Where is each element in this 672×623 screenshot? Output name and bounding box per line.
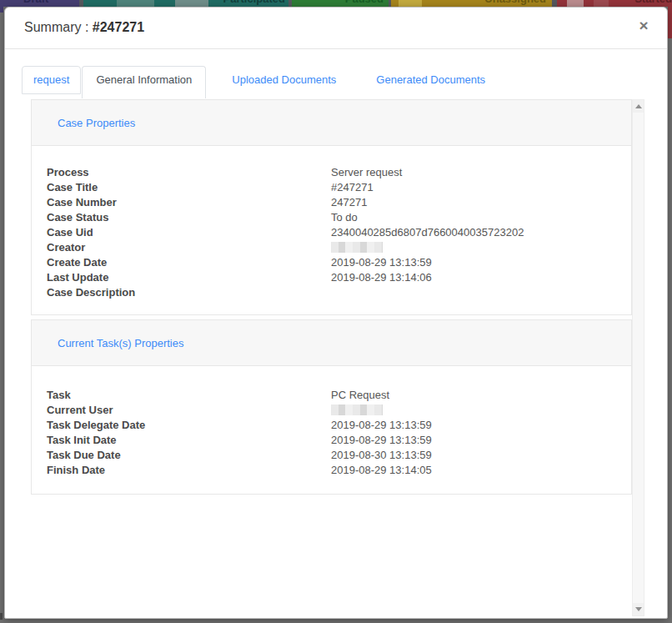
property-value: 2019-08-29 13:14:05 — [331, 464, 432, 479]
panel-title-link[interactable]: Case Properties — [58, 117, 135, 129]
background-card-icon — [399, 0, 422, 7]
property-row: Task PC Request — [47, 389, 616, 404]
property-row: Case Title #247271 — [47, 181, 616, 196]
modal-header: Summary : #247271 × — [5, 8, 667, 49]
background-card-started: Started — [557, 0, 672, 7]
background-card-icon — [117, 0, 154, 7]
redacted-value — [331, 242, 383, 253]
property-row: Last Update 2019-08-29 13:14:06 — [47, 271, 616, 286]
property-value: 2340040285d6807d7660040035723202 — [331, 226, 524, 241]
property-label: Last Update — [47, 271, 331, 286]
property-value: #247271 — [331, 181, 374, 196]
properties-panel: Case Properties Process Server request C… — [31, 99, 632, 315]
property-label: Create Date — [47, 256, 331, 271]
property-label: Finish Date — [47, 464, 331, 479]
property-row: Case Uid 2340040285d6807d766004003572320… — [47, 226, 616, 241]
property-row: Task Delegate Date 2019-08-29 13:13:59 — [47, 419, 616, 434]
redacted-value — [331, 404, 383, 415]
background-card-label: Unassigned — [484, 0, 546, 5]
property-label: Process — [47, 166, 331, 181]
property-row: Case Description — [47, 286, 616, 301]
property-value: Server request — [331, 166, 402, 181]
background-card-label: Started — [634, 0, 672, 5]
property-label: Case Number — [47, 196, 331, 211]
property-label: Task Delegate Date — [47, 419, 331, 434]
background-card-draft: Draft — [0, 0, 79, 7]
background-card-label: Paused — [345, 0, 384, 5]
summary-scroll-area: Case Properties Process Server request C… — [31, 99, 644, 616]
background-dashboard-strip: DraftParticipatedPausedUnassignedStarted — [0, 0, 672, 7]
background-card-participated: Participated — [83, 0, 288, 7]
panel-body: Process Server request Case Title #24727… — [31, 146, 632, 315]
modal-title-case-number: #247271 — [93, 20, 144, 34]
background-card-icon — [567, 0, 584, 7]
background-bottom-chip — [0, 613, 3, 620]
scroll-up-icon[interactable] — [633, 100, 644, 113]
vertical-scrollbar[interactable] — [632, 99, 644, 616]
background-card-unassigned: Unassigned — [391, 0, 552, 7]
property-row: Create Date 2019-08-29 13:13:59 — [47, 256, 616, 271]
background-right-card-edge — [668, 7, 672, 38]
property-label: Task Init Date — [47, 434, 331, 449]
close-icon[interactable]: × — [634, 16, 654, 36]
property-row: Task Due Date 2019-08-30 13:13:59 — [47, 449, 616, 464]
property-row: Current User — [47, 404, 616, 419]
property-label: Case Title — [47, 181, 331, 196]
property-label: Case Description — [47, 286, 331, 301]
scroll-down-icon[interactable] — [633, 603, 644, 615]
background-card-icon — [594, 0, 609, 7]
property-label: Current User — [47, 404, 331, 419]
tab-generated-documents[interactable]: Generated Documents — [362, 66, 499, 94]
tab-bar: request General Information Uploaded Doc… — [22, 66, 651, 99]
property-value: 2019-08-29 13:13:59 — [331, 434, 432, 449]
summary-content: Case Properties Process Server request C… — [31, 99, 632, 495]
property-row: Task Init Date 2019-08-29 13:13:59 — [47, 434, 616, 449]
tab-uploaded-documents[interactable]: Uploaded Documents — [218, 66, 350, 94]
property-value: 2019-08-29 13:14:06 — [331, 271, 432, 286]
properties-panel: Current Task(s) Properties Task PC Reque… — [31, 319, 632, 495]
panel-heading: Case Properties — [31, 99, 632, 146]
property-label: Task — [47, 389, 331, 404]
tab-request[interactable]: request — [22, 66, 81, 94]
property-row: Finish Date 2019-08-29 13:14:05 — [47, 464, 616, 479]
modal-body: request General Information Uploaded Doc… — [5, 49, 667, 616]
property-row: Creator — [47, 241, 616, 256]
panel-title-link[interactable]: Current Task(s) Properties — [58, 337, 183, 349]
property-value: To do — [331, 211, 358, 226]
background-card-label: Participated — [223, 0, 285, 5]
property-value — [331, 241, 383, 256]
property-label: Case Uid — [47, 226, 331, 241]
property-value: PC Request — [331, 389, 389, 404]
property-row: Process Server request — [47, 166, 616, 181]
background-card-paused: Paused — [292, 0, 389, 7]
property-label: Task Due Date — [47, 449, 331, 464]
summary-modal: Summary : #247271 × request General Info… — [4, 7, 668, 619]
panel-body: Task PC Request Current User Task Delega… — [31, 366, 632, 495]
property-row: Case Status To do — [47, 211, 616, 226]
property-label: Case Status — [47, 211, 331, 226]
property-value: 2019-08-29 13:13:59 — [331, 256, 432, 271]
modal-title: Summary : #247271 — [24, 20, 650, 35]
panel-heading: Current Task(s) Properties — [31, 319, 632, 366]
modal-title-prefix: Summary : — [24, 20, 93, 34]
property-row: Case Number 247271 — [47, 196, 616, 211]
tab-general-information[interactable]: General Information — [82, 66, 206, 98]
property-value: 2019-08-30 13:13:59 — [331, 449, 432, 464]
background-left-card-edge — [0, 7, 3, 13]
property-value: 247271 — [331, 196, 367, 211]
property-value: 2019-08-29 13:13:59 — [331, 419, 432, 434]
background-card-label: Draft — [23, 0, 48, 5]
property-value — [331, 404, 383, 419]
property-label: Creator — [47, 241, 331, 256]
background-card-icon — [175, 0, 208, 7]
